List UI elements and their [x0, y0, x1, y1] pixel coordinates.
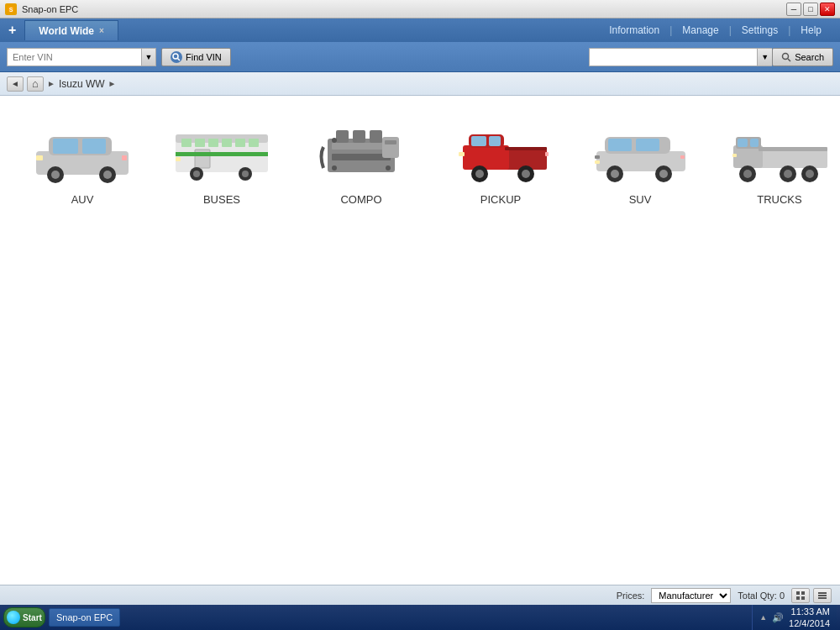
- vehicle-item-suv[interactable]: SUV: [583, 113, 697, 213]
- vin-dropdown-button[interactable]: ▼: [141, 48, 156, 66]
- svg-point-60: [611, 170, 619, 178]
- app-icon: S: [5, 3, 17, 15]
- vehicle-image-suv: [590, 119, 690, 186]
- svg-rect-20: [208, 139, 218, 147]
- status-bar: Prices: Manufacturer Total Qty: 0: [0, 585, 840, 605]
- vin-input[interactable]: [7, 48, 141, 66]
- view-icon-button-2[interactable]: [813, 588, 832, 603]
- menu-links: Information | Manage | Settings | Help: [599, 24, 832, 36]
- svg-rect-42: [385, 140, 396, 144]
- search-label: Search: [795, 52, 824, 62]
- svg-rect-82: [801, 596, 805, 600]
- svg-rect-47: [489, 136, 501, 146]
- new-tab-button[interactable]: +: [8, 23, 16, 38]
- system-tray: ▲ 🔊 11:33 AM 12/4/2014: [752, 605, 837, 630]
- svg-rect-32: [336, 130, 349, 143]
- breadcrumb-separator-2: ►: [108, 79, 117, 88]
- find-vin-button[interactable]: Find VIN: [161, 48, 231, 66]
- svg-rect-78: [732, 154, 737, 157]
- search-dropdown-button[interactable]: ▼: [757, 48, 772, 66]
- svg-rect-80: [801, 591, 805, 595]
- svg-rect-25: [176, 152, 268, 156]
- title-bar: S Snap-on EPC ─ □ ✕: [0, 0, 840, 18]
- svg-rect-18: [181, 139, 192, 147]
- maximize-button[interactable]: □: [803, 3, 818, 16]
- speaker-icon: 🔊: [772, 612, 784, 623]
- back-button[interactable]: ◄: [7, 76, 24, 92]
- menu-bar: + World Wide × Information | Manage | Se…: [0, 18, 840, 42]
- vehicle-item-pickup[interactable]: PICKUP: [444, 113, 558, 213]
- toolbar: ▼ Find VIN ▼ Search: [0, 42, 840, 72]
- svg-rect-15: [122, 155, 127, 160]
- vehicle-image-compo: [311, 119, 412, 186]
- tab-close-button[interactable]: ×: [99, 26, 104, 35]
- vehicle-item-auv[interactable]: AUV: [25, 113, 139, 213]
- menu-help[interactable]: Help: [790, 24, 832, 36]
- svg-rect-21: [222, 139, 232, 147]
- breadcrumb-separator-1: ►: [47, 79, 55, 88]
- svg-rect-14: [36, 155, 43, 160]
- svg-rect-22: [235, 139, 245, 147]
- svg-rect-58: [636, 139, 659, 151]
- svg-point-4: [783, 53, 789, 59]
- minimize-button[interactable]: ─: [786, 3, 801, 16]
- svg-rect-83: [818, 592, 827, 594]
- svg-point-11: [51, 171, 60, 179]
- svg-point-62: [659, 170, 668, 178]
- svg-rect-69: [738, 139, 748, 147]
- vehicle-grid: AUV: [0, 96, 840, 229]
- vehicle-item-compo[interactable]: COMPO: [304, 113, 418, 213]
- svg-point-52: [522, 170, 530, 178]
- svg-rect-79: [796, 591, 800, 595]
- svg-point-50: [475, 170, 484, 178]
- vehicle-item-trucks[interactable]: TRUCKS: [722, 113, 837, 213]
- svg-rect-34: [370, 130, 382, 143]
- home-button[interactable]: ⌂: [27, 76, 44, 92]
- find-icon: [171, 51, 182, 63]
- breadcrumb-path[interactable]: Isuzu WW: [59, 78, 105, 90]
- taskbar-app-label: Snap-on EPC: [56, 612, 113, 622]
- search-button[interactable]: Search: [772, 48, 833, 66]
- status-icons: [791, 588, 832, 603]
- vehicle-label-compo: COMPO: [340, 193, 381, 206]
- svg-rect-19: [195, 139, 205, 147]
- pickup-svg: [450, 122, 551, 185]
- vehicle-image-trucks: [729, 119, 830, 186]
- vehicle-label-pickup: PICKUP: [480, 193, 521, 206]
- svg-rect-46: [471, 136, 486, 146]
- menu-information[interactable]: Information: [599, 24, 669, 36]
- start-button[interactable]: Start: [3, 607, 45, 627]
- tray-expand-button[interactable]: ▲: [759, 613, 767, 622]
- taskbar-app-item[interactable]: Snap-on EPC: [49, 608, 120, 627]
- svg-point-75: [784, 170, 792, 178]
- view-icon-button-1[interactable]: [791, 588, 810, 603]
- svg-line-3: [178, 58, 181, 60]
- menu-manage[interactable]: Manage: [672, 24, 728, 36]
- buses-svg: [171, 122, 272, 185]
- svg-rect-41: [382, 137, 399, 158]
- system-clock: 11:33 AM 12/4/2014: [789, 606, 830, 630]
- svg-rect-35: [332, 143, 391, 150]
- svg-rect-64: [595, 160, 600, 164]
- clock-time: 11:33 AM: [789, 606, 830, 617]
- svg-point-77: [806, 170, 814, 178]
- vehicle-label-buses: BUSES: [203, 193, 240, 206]
- svg-rect-84: [818, 595, 827, 596]
- window-controls: ─ □ ✕: [786, 3, 835, 16]
- vehicle-label-auv: AUV: [71, 193, 94, 206]
- prices-select[interactable]: Manufacturer: [651, 588, 731, 603]
- vehicle-image-buses: [171, 119, 272, 186]
- svg-point-40: [386, 165, 391, 171]
- svg-point-29: [242, 171, 249, 177]
- vehicle-image-auv: [32, 119, 133, 186]
- svg-point-27: [193, 171, 200, 177]
- vehicle-item-buses[interactable]: BUSES: [165, 113, 279, 213]
- vehicle-label-suv: SUV: [629, 193, 652, 206]
- svg-rect-65: [680, 155, 685, 159]
- main-content: AUV: [0, 96, 840, 585]
- active-tab[interactable]: World Wide ×: [24, 20, 118, 40]
- menu-settings[interactable]: Settings: [732, 24, 788, 36]
- vehicle-label-trucks: TRUCKS: [757, 193, 801, 206]
- search-input[interactable]: [589, 48, 757, 66]
- close-button[interactable]: ✕: [820, 3, 835, 16]
